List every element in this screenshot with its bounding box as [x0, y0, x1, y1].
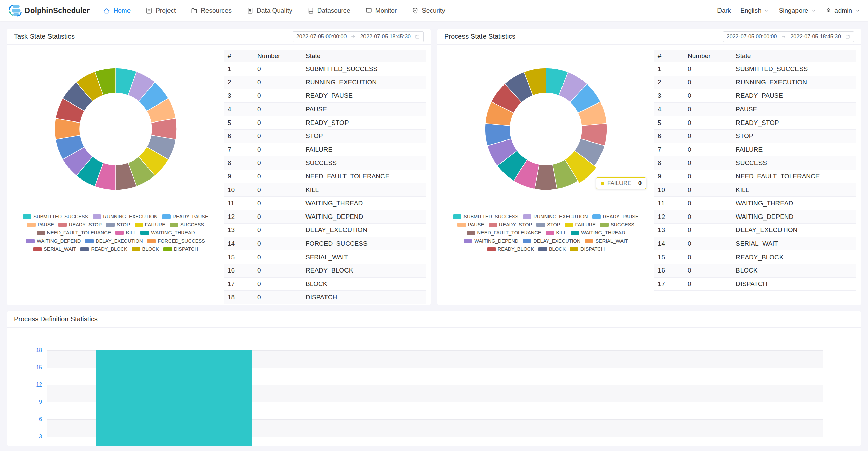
legend-item[interactable]: BLOCK [132, 246, 159, 252]
legend-item[interactable]: NEED_FAULT_TOLERANCE [467, 230, 541, 236]
cell-index: 17 [224, 280, 254, 288]
theme-toggle[interactable]: Dark [717, 7, 731, 14]
calendar-icon [415, 34, 420, 39]
legend-item[interactable]: RUNNING_EXECUTION [523, 214, 588, 219]
cell-number: 0 [684, 65, 732, 73]
nav-item-home[interactable]: Home [103, 7, 131, 14]
date-range-picker[interactable]: 2022-07-05 00:00:00 2022-07-05 18:45:30 [293, 31, 424, 42]
legend-item[interactable]: SERIAL_WAIT [33, 246, 76, 252]
legend-item[interactable]: READY_STOP [58, 222, 102, 227]
legend-item[interactable]: SUBMITTED_SUCCESS [453, 214, 518, 219]
nav-item-datasource[interactable]: Datasource [307, 7, 350, 14]
calendar-icon [845, 34, 850, 39]
legend-swatch [27, 223, 36, 227]
legend-item[interactable]: BLOCK [538, 246, 566, 252]
brand[interactable]: DolphinScheduler [8, 4, 90, 17]
process-state-card: Process State Statistics 2022-07-05 00:0… [437, 29, 861, 305]
legend-item[interactable]: SERIAL_WAIT [585, 238, 628, 244]
legend-item[interactable]: RUNNING_EXECUTION [93, 214, 157, 219]
legend-item[interactable]: WAITING_THREAD [140, 230, 195, 236]
legend-item[interactable]: FAILURE [135, 222, 165, 227]
task-donut-chart[interactable]: SUBMITTED_SUCCESSRUNNING_EXECUTIONREADY_… [51, 64, 180, 193]
cell-index: 9 [654, 173, 684, 180]
cell-index: 8 [224, 159, 254, 167]
legend-swatch [565, 223, 573, 227]
cell-number: 0 [684, 253, 732, 261]
date-end: 2022-07-05 18:45:30 [790, 34, 841, 40]
nav-item-project[interactable]: Project [145, 7, 176, 14]
legend-label: SUBMITTED_SUCCESS [463, 214, 518, 219]
legend-label: READY_BLOCK [498, 246, 534, 252]
arrow-right-icon [351, 34, 356, 39]
cell-state: READY_PAUSE [302, 92, 426, 99]
cell-state: READY_BLOCK [302, 267, 426, 274]
legend-item[interactable]: DISPATCH [163, 246, 198, 252]
legend-item[interactable]: KILL [115, 230, 136, 236]
legend-item[interactable]: FAILURE [565, 222, 596, 227]
legend-label: PAUSE [38, 222, 54, 227]
legend-item[interactable]: FORCED_SUCCESS [147, 238, 205, 244]
legend-item[interactable]: SUBMITTED_SUCCESS [23, 214, 88, 219]
cell-index: 12 [654, 213, 684, 221]
nav-item-data-quality[interactable]: Data Quality [246, 7, 292, 14]
nav-item-monitor[interactable]: Monitor [365, 7, 397, 14]
process-donut-chart[interactable]: SUBMITTED_SUCCESSRUNNING_EXECUTIONREADY_… [481, 64, 610, 193]
cell-index: 13 [224, 226, 254, 234]
legend-item[interactable]: SUCCESS [170, 222, 204, 227]
legend-item[interactable]: PAUSE [457, 222, 484, 227]
language-select[interactable]: English [740, 7, 769, 14]
table-row: 140SERIAL_WAIT [654, 237, 856, 251]
process-donut-panel: SUBMITTED_SUCCESSRUNNING_EXECUTIONREADY_… [437, 45, 654, 305]
date-range-picker[interactable]: 2022-07-05 00:00:00 2022-07-05 18:45:30 [723, 31, 854, 42]
legend-item[interactable]: WAITING_THREAD [571, 230, 625, 236]
cell-state: FORCED_SUCCESS [302, 240, 426, 247]
cell-number: 0 [254, 186, 302, 194]
cell-state: READY_STOP [732, 119, 856, 127]
legend-item[interactable]: READY_STOP [489, 222, 532, 227]
timezone-select[interactable]: Singapore [779, 7, 816, 14]
definition-bar[interactable]: 18 [96, 350, 252, 446]
column-header: Number [254, 52, 302, 60]
legend-item[interactable]: READY_PAUSE [162, 214, 209, 219]
legend-label: BLOCK [142, 246, 159, 252]
legend-item[interactable]: DELAY_EXECUTION [85, 238, 143, 244]
cell-state: READY_STOP [302, 119, 426, 127]
legend-item[interactable]: DISPATCH [570, 246, 605, 252]
legend-swatch [592, 214, 601, 219]
cell-number: 0 [254, 65, 302, 73]
legend-swatch [93, 214, 101, 219]
legend-item[interactable]: KILL [546, 230, 566, 236]
cell-number: 0 [254, 253, 302, 261]
tooltip-label: FAILURE [607, 180, 631, 187]
legend-item[interactable]: NEED_FAULT_TOLERANCE [37, 230, 111, 236]
nav-item-resources[interactable]: Resources [191, 7, 232, 14]
legend-label: READY_PAUSE [603, 214, 639, 219]
legend-label: READY_PAUSE [173, 214, 209, 219]
legend-label: DISPATCH [174, 246, 198, 252]
legend-item[interactable]: STOP [536, 222, 560, 227]
nav-right: Dark English Singapore admin [717, 7, 860, 14]
cell-state: DISPATCH [302, 294, 426, 301]
cell-number: 0 [254, 200, 302, 207]
legend-item[interactable]: PAUSE [27, 222, 54, 227]
legend-item[interactable]: SUCCESS [600, 222, 634, 227]
y-axis-tick-label: 15 [10, 364, 42, 371]
cell-index: 6 [654, 132, 684, 140]
legend-item[interactable]: WAITING_DEPEND [464, 238, 518, 244]
legend-label: PAUSE [468, 222, 484, 227]
user-menu[interactable]: admin [825, 7, 860, 14]
legend-label: RUNNING_EXECUTION [533, 214, 588, 219]
task-state-table: #NumberState10SUBMITTED_SUCCESS20RUNNING… [224, 50, 426, 305]
legend-item[interactable]: READY_PAUSE [592, 214, 639, 219]
nav-item-security[interactable]: Security [412, 7, 445, 14]
legend-item[interactable]: WAITING_DEPEND [26, 238, 81, 244]
legend-item[interactable]: READY_BLOCK [80, 246, 127, 252]
cell-number: 0 [684, 106, 732, 113]
legend-item[interactable]: STOP [106, 222, 130, 227]
legend-label: SERIAL_WAIT [595, 238, 628, 244]
table-row: 90NEED_FAULT_TOLERANCE [654, 170, 856, 184]
legend-item[interactable]: DELAY_EXECUTION [523, 238, 580, 244]
tooltip-value: 0 [638, 180, 642, 187]
definition-bar-chart[interactable]: 18151296318 [7, 328, 861, 446]
legend-item[interactable]: READY_BLOCK [487, 246, 534, 252]
